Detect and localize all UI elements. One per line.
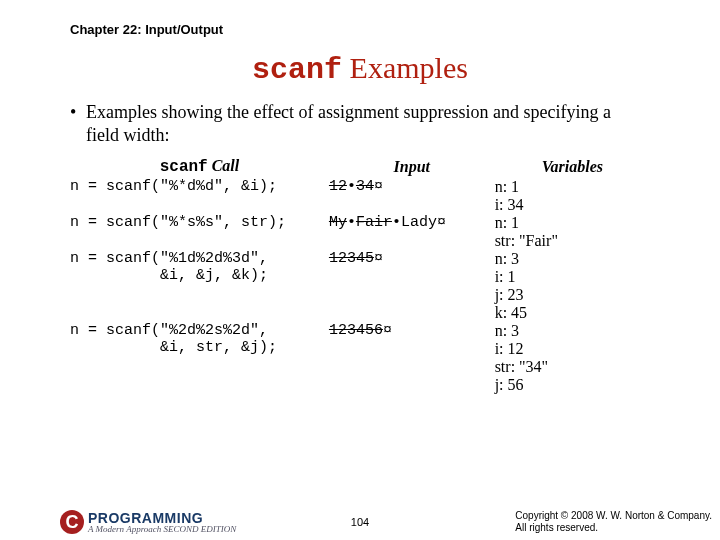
input-cell: 12345¤ [329, 250, 495, 322]
logo-c-icon: C [60, 510, 84, 534]
table-row: n = scanf("%*s%s", str); My•Fair•Lady¤ n… [70, 214, 650, 250]
table-row: n = scanf("%*d%d", &i); 12•34¤ n: 1 i: 3… [70, 178, 650, 214]
slide-body: Chapter 22: Input/Output scanf Examples … [0, 0, 720, 394]
call-cell: n = scanf("%2d%2s%2d", &i, str, &j); [70, 322, 329, 394]
vars-cell: n: 3 i: 1 j: 23 k: 45 [495, 250, 650, 322]
logo-subtitle: A Modern Approach SECOND EDITION [88, 524, 236, 534]
bullet-text: Examples showing the effect of assignmen… [86, 101, 626, 146]
examples-table: scanf Call Input Variables n = scanf("%*… [70, 156, 650, 394]
bullet-marker: • [70, 101, 86, 124]
bullet-item: •Examples showing the effect of assignme… [70, 101, 650, 146]
table-row: n = scanf("%2d%2s%2d", &i, str, &j); 123… [70, 322, 650, 394]
col-header-call: scanf Call [70, 156, 329, 178]
col-header-vars: Variables [495, 156, 650, 178]
call-cell: n = scanf("%1d%2d%3d", &i, &j, &k); [70, 250, 329, 322]
slide-title: scanf Examples [70, 51, 650, 87]
slide-footer: C PROGRAMMING A Modern Approach SECOND E… [0, 510, 720, 534]
copyright-line: All rights reserved. [515, 522, 712, 534]
table-row: n = scanf("%1d%2d%3d", &i, &j, &k); 1234… [70, 250, 650, 322]
input-cell: 12•34¤ [329, 178, 495, 214]
col-header-input: Input [329, 156, 495, 178]
table-header-row: scanf Call Input Variables [70, 156, 650, 178]
copyright-line: Copyright © 2008 W. W. Norton & Company. [515, 510, 712, 522]
title-rest: Examples [342, 51, 468, 84]
vars-cell: n: 1 i: 34 [495, 178, 650, 214]
page-number: 104 [351, 516, 369, 528]
title-code: scanf [252, 53, 342, 87]
vars-cell: n: 1 str: "Fair" [495, 214, 650, 250]
input-cell: 123456¤ [329, 322, 495, 394]
copyright: Copyright © 2008 W. W. Norton & Company.… [515, 510, 712, 534]
vars-cell: n: 3 i: 12 str: "34" j: 56 [495, 322, 650, 394]
call-cell: n = scanf("%*d%d", &i); [70, 178, 329, 214]
chapter-label: Chapter 22: Input/Output [70, 22, 650, 37]
book-logo: C PROGRAMMING A Modern Approach SECOND E… [60, 510, 236, 534]
call-cell: n = scanf("%*s%s", str); [70, 214, 329, 250]
input-cell: My•Fair•Lady¤ [329, 214, 495, 250]
